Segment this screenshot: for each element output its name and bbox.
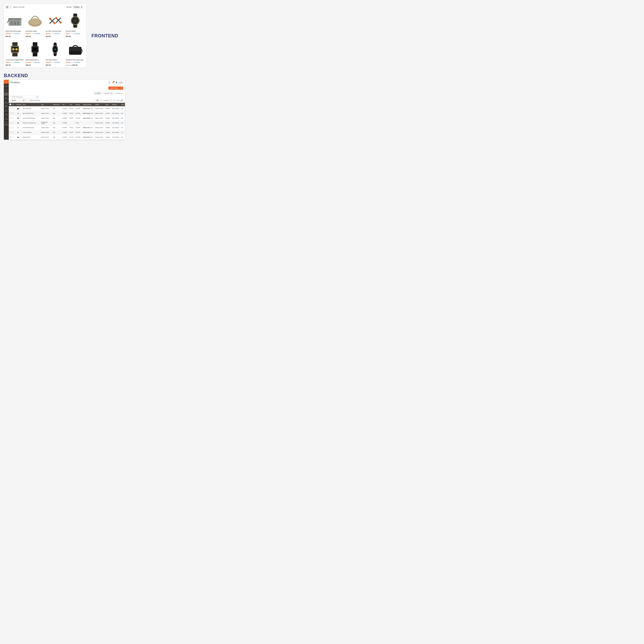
notifications-button[interactable]: 🔔 24 <box>112 82 114 83</box>
review-count[interactable]: 3 <box>73 33 74 34</box>
reviews-link[interactable]: Reviews <box>55 62 60 63</box>
row-checkbox[interactable] <box>10 132 11 133</box>
nav-content[interactable]: ▦CONTENT <box>4 104 9 108</box>
col-header[interactable]: Status <box>105 103 111 106</box>
col-header[interactable]: Name <box>22 103 40 106</box>
nav-icon: ▦ <box>4 105 9 106</box>
row-checkbox[interactable] <box>10 136 11 138</box>
user-menu[interactable]: 👤 admin magebit ▾ <box>116 81 123 84</box>
review-count[interactable]: 3 <box>33 62 34 63</box>
keyword-search-input[interactable] <box>11 96 39 98</box>
edit-link[interactable]: Edit <box>121 113 123 114</box>
col-header-id[interactable]: ID↓ <box>12 103 15 106</box>
col-header[interactable]: Salable Quantity <box>82 103 94 106</box>
nav-reports[interactable]: ılıREPORTS <box>4 108 9 112</box>
table-row[interactable]: 4Wayfarer Messenger BagConfigurable Prod… <box>9 121 125 125</box>
bulk-actions-dropdown[interactable]: ▼ <box>25 99 27 101</box>
review-count[interactable]: 2 <box>13 33 14 34</box>
row-checkbox[interactable] <box>10 108 11 109</box>
nav-d-partners-extensions[interactable]: ◆D PARTNERS EXTENSIONS <box>4 120 9 126</box>
list-view-button[interactable]: ☰ <box>9 6 12 9</box>
table-row[interactable]: 2Strive Shoulder PackSimple ProductBag24… <box>9 111 125 116</box>
row-checkbox[interactable] <box>10 112 11 114</box>
reviews-link[interactable]: Reviews <box>35 62 40 63</box>
reviews-link[interactable]: Reviews <box>55 33 60 34</box>
nav-customers[interactable]: ♟CUSTOMERS <box>4 96 9 100</box>
edit-link[interactable]: Edit <box>121 132 123 133</box>
row-checkbox[interactable] <box>10 122 11 124</box>
filters-button[interactable]: ▼ Filters <box>94 92 101 95</box>
product-card[interactable]: Cruise Dual Analog Watch4 Reviews$55.00 <box>6 40 24 66</box>
table-row[interactable]: 5Rival Field MessengerSimple ProductBag2… <box>9 125 125 130</box>
next-page-button[interactable]: › <box>121 99 123 102</box>
nav-sales[interactable]: $SALES <box>4 88 9 92</box>
nav-system[interactable]: ✿SYSTEM <box>4 116 9 121</box>
prev-page-button[interactable]: ‹ <box>109 99 112 102</box>
product-card[interactable]: Wayfarer Messenger Bag3 ReviewsAs low as… <box>66 40 85 66</box>
review-count[interactable]: 3 <box>73 62 74 63</box>
table-row[interactable]: 1Joust Duffle BagSimple ProductBag24-MB0… <box>9 106 125 111</box>
cell-name: Wayfarer Messenger Bag <box>22 121 40 125</box>
grid-view-button[interactable]: ▦ <box>6 6 9 9</box>
col-select-all: ▾ <box>9 103 12 106</box>
col-header[interactable]: Quantity <box>75 103 82 106</box>
edit-link[interactable]: Edit <box>121 122 123 124</box>
magento-logo[interactable]: ⬡ <box>4 80 9 84</box>
rating-stars <box>46 33 53 34</box>
col-header[interactable]: Thumbnail <box>15 103 22 106</box>
reviews-link[interactable]: Reviews <box>14 33 20 34</box>
col-header[interactable]: SKU <box>62 103 69 106</box>
product-card[interactable]: Dash Digital Watch3 Reviews$92.00 <box>26 40 44 66</box>
default-view-dropdown[interactable]: 👁 Default View ▾ <box>103 93 114 94</box>
product-card[interactable]: Didi Sport Watch2 Reviews$92.00 <box>46 40 65 66</box>
reviews-link[interactable]: Reviews <box>14 62 20 63</box>
per-page-dropdown[interactable]: ▼ <box>100 99 103 101</box>
frontend-section-title: FRONTEND <box>91 33 118 39</box>
col-header[interactable]: Type <box>40 103 52 106</box>
table-row[interactable]: 6Fusion BackpackSimple ProductBag24-MB02… <box>9 130 125 135</box>
svg-marker-47 <box>10 33 11 34</box>
edit-link[interactable]: Edit <box>121 108 123 109</box>
nav-catalog[interactable]: ◫CATALOG <box>4 92 9 96</box>
edit-link[interactable]: Edit <box>121 137 123 138</box>
review-count[interactable]: 4 <box>13 62 14 63</box>
review-count[interactable]: 2 <box>53 62 54 63</box>
add-product-dropdown[interactable]: ▼ <box>120 87 123 90</box>
search-submit-icon[interactable]: 🔍 <box>36 96 38 98</box>
col-header[interactable]: Attribute Set <box>52 103 62 106</box>
table-row[interactable]: 7Impulse DuffleSimple ProductBag24-UB02$… <box>9 135 125 140</box>
sort-direction-toggle[interactable]: ↑ <box>84 6 85 8</box>
sort-select[interactable]: Position <box>73 6 83 9</box>
review-count[interactable]: 3 <box>53 33 54 34</box>
cell-status: Enabled <box>105 135 111 140</box>
bulk-actions-select[interactable]: Actions <box>11 99 25 102</box>
per-page-input[interactable] <box>95 99 100 101</box>
table-row[interactable]: 3Crown Summit BackpackSimple ProductBag2… <box>9 116 125 121</box>
reviews-link[interactable]: Reviews <box>75 33 80 34</box>
product-card[interactable]: Summit Watch3 Reviews$54.00 <box>66 11 85 37</box>
nav-marketing[interactable]: ◣MARKETING <box>4 100 9 104</box>
page-number-input[interactable] <box>113 99 116 101</box>
row-checkbox[interactable] <box>10 127 11 128</box>
nav-stores[interactable]: ▤STORES <box>4 112 9 116</box>
edit-link[interactable]: Edit <box>121 127 123 128</box>
row-checkbox[interactable] <box>10 117 11 119</box>
reviews-link[interactable]: Reviews <box>35 33 40 34</box>
col-header[interactable]: Visibility <box>94 103 105 106</box>
search-icon[interactable]: 🔍 <box>108 81 110 83</box>
nav-dashboard[interactable]: ⏱DASHBOARD <box>4 84 9 88</box>
add-product-button[interactable]: Add Product <box>108 87 120 90</box>
review-count[interactable]: 3 <box>33 33 34 34</box>
product-card[interactable]: Overnight Duffle3 Reviews$45.00 <box>26 11 44 37</box>
columns-dropdown[interactable]: ✿ Columns ▾ <box>115 93 123 94</box>
col-header[interactable]: Price <box>69 103 75 106</box>
rating-stars <box>26 62 33 63</box>
col-header[interactable]: Websites <box>111 103 120 106</box>
col-header[interactable]: Action <box>120 103 125 106</box>
select-all-checkbox[interactable] <box>9 104 11 105</box>
salable-qty: Default Stock: 100 <box>83 117 93 119</box>
product-card[interactable]: Go-Get'r Pushup Grips3 Reviews$19.00 <box>46 11 65 37</box>
product-card[interactable]: Rival Field Messenger2 Reviews$45.00 <box>6 11 24 37</box>
edit-link[interactable]: Edit <box>121 117 123 119</box>
reviews-link[interactable]: Reviews <box>75 62 80 63</box>
